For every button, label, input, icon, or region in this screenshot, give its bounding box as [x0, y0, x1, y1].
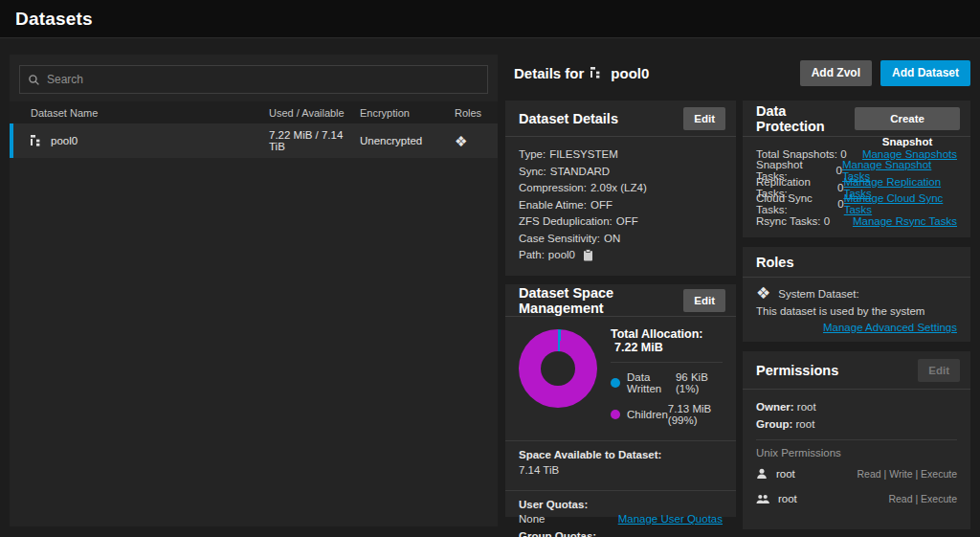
data-protection-card: Data Protection Create Snapshot Total Sn… — [743, 101, 970, 237]
dataset-name: pool0 — [51, 135, 78, 146]
system-dataset-icon: ❖ — [756, 285, 770, 302]
group-quotas-label: Group Quotas: — [519, 530, 723, 537]
search-box[interactable] — [19, 65, 488, 94]
detail-row-sync: Sync: STANDARD — [519, 164, 723, 181]
detail-row-type: Type: FILESYSTEM — [519, 146, 723, 164]
space-available: Space Available to Dataset: 7.14 TiB — [519, 441, 723, 484]
space-management-edit-button[interactable]: Edit — [683, 289, 725, 312]
detail-row-dedup: ZFS Deduplication: OFF — [519, 213, 723, 231]
user-quotas-label: User Quotas: — [519, 499, 723, 510]
table-row[interactable]: pool0 7.22 MiB / 7.14 TiB Unencrypted ❖ — [10, 123, 498, 158]
detail-row-case-sensitivity: Case Sensitivity: ON — [519, 231, 723, 248]
create-snapshot-button[interactable]: Create Snapshot — [855, 107, 960, 130]
page-header: Datasets — [0, 0, 980, 38]
manage-advanced-settings-link[interactable]: Manage Advanced Settings — [823, 322, 957, 333]
children-dot-icon — [611, 410, 620, 419]
dataset-tree-icon — [31, 135, 44, 146]
table-header-row: Dataset Name Used / Available Encryption… — [10, 101, 498, 123]
details-column: Dataset Details Edit Type: FILESYSTEM Sy… — [505, 101, 736, 517]
dataset-encryption: Unencrypted — [360, 135, 442, 146]
permissions-edit-button[interactable]: Edit — [918, 359, 960, 382]
system-dataset-label: System Dataset: — [778, 288, 858, 300]
column-header-encryption: Encryption — [360, 107, 442, 119]
roles-description: This dataset is used by the system — [756, 305, 957, 317]
copy-path-icon[interactable] — [583, 249, 593, 261]
space-management-card: Dataset Space Management Edit Total Allo… — [505, 284, 736, 517]
space-usage-donut-chart — [519, 329, 597, 408]
details-for-label: Details for — [514, 65, 584, 81]
dataset-details-title: Dataset Details — [519, 111, 618, 126]
permissions-card: Permissions Edit Owner: root Group: root… — [743, 351, 970, 529]
column-header-dataset-name: Dataset Name — [31, 107, 269, 119]
data-protection-title: Data Protection — [756, 103, 855, 134]
column-header-used-available: Used / Available — [269, 107, 360, 119]
roles-card: Roles ❖ System Dataset: This dataset is … — [743, 247, 970, 342]
total-allocation: Total Allocation: 7.22 MiB — [611, 327, 723, 354]
legend-children: Children 7.13 MiB (99%) — [611, 403, 723, 426]
owner-row: Owner: root — [756, 398, 957, 415]
search-icon — [28, 74, 47, 86]
roles-title: Roles — [756, 255, 794, 270]
unix-permissions-label: Unix Permissions — [756, 447, 957, 459]
user-icon — [756, 468, 768, 480]
user-quotas-value: None — [519, 513, 546, 525]
details-title: Details for pool0 — [505, 65, 649, 81]
add-dataset-button[interactable]: Add Dataset — [880, 60, 970, 86]
manage-rsync-tasks-link[interactable]: Manage Rsync Tasks — [853, 215, 957, 227]
manage-snapshots-link[interactable]: Manage Snapshots — [862, 148, 957, 160]
manage-cloud-sync-tasks-link[interactable]: Manage Cloud Sync Tasks — [844, 192, 957, 215]
dataset-details-card: Dataset Details Edit Type: FILESYSTEM Sy… — [505, 101, 736, 276]
add-zvol-button[interactable]: Add Zvol — [800, 60, 872, 86]
group-row: Group: root — [756, 415, 957, 433]
detail-row-path: Path: pool0 — [519, 247, 723, 264]
user-permission-entry: root Read | Write | Execute — [756, 468, 957, 480]
search-input[interactable] — [47, 73, 479, 86]
group-permission-entry: root Read | Execute — [756, 493, 957, 504]
details-dataset-name: pool0 — [611, 65, 649, 81]
space-management-title: Dataset Space Management — [519, 285, 683, 316]
dataset-details-edit-button[interactable]: Edit — [683, 107, 725, 130]
group-icon — [756, 493, 769, 504]
legend-data-written: Data Written 96 KiB (1%) — [611, 371, 723, 394]
page-title: Datasets — [15, 9, 93, 30]
system-dataset-icon: ❖ — [442, 134, 498, 148]
permissions-title: Permissions — [756, 363, 838, 378]
manage-user-quotas-link[interactable]: Manage User Quotas — [618, 513, 723, 525]
dataset-used-available: 7.22 MiB / 7.14 TiB — [269, 129, 360, 152]
cloud-sync-tasks-row: Cloud Sync Tasks: 0 Manage Cloud Sync Ta… — [756, 196, 957, 213]
rsync-tasks-row: Rsync Tasks: 0 Manage Rsync Tasks — [756, 213, 957, 230]
detail-row-atime: Enable Atime: OFF — [519, 197, 723, 214]
dataset-table-panel: Dataset Name Used / Available Encryption… — [10, 55, 498, 526]
data-written-dot-icon — [611, 378, 620, 388]
details-header: Details for pool0 Add Zvol Add Dataset — [505, 57, 970, 88]
column-header-roles: Roles — [442, 107, 498, 119]
detail-row-compression: Compression: 2.09x (LZ4) — [519, 180, 723, 197]
dataset-tree-icon — [590, 67, 604, 78]
right-column: Data Protection Create Snapshot Total Sn… — [743, 101, 970, 529]
